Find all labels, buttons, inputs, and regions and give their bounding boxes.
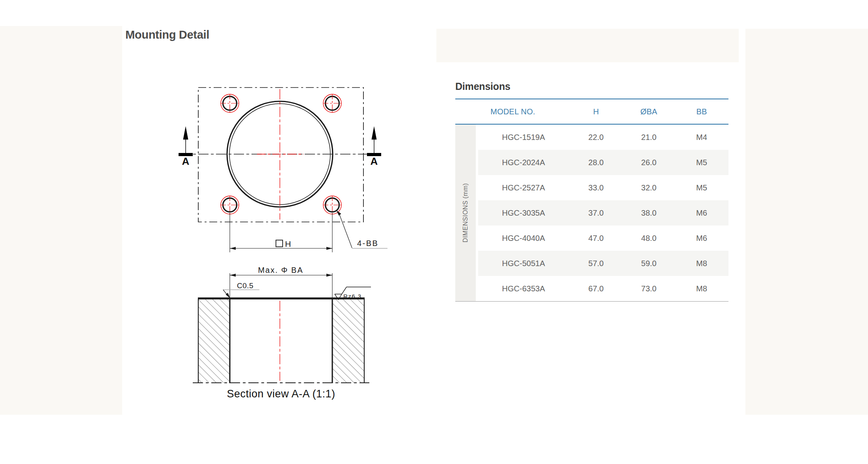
cell-h: 22.0 <box>589 133 604 142</box>
top-view: A A H 4-BB <box>179 88 387 252</box>
cell-model-no: HGC-6353A <box>502 284 545 293</box>
table-row: HGC-6353A 67.0 73.0 M8 <box>478 276 728 301</box>
wall-right-hatch <box>332 299 364 383</box>
max-dia-text: Max. Φ BA <box>258 266 303 274</box>
cell-h: 57.0 <box>589 259 604 268</box>
dimension-square-h: H <box>230 213 332 252</box>
bolt-hole-top-right <box>323 94 341 112</box>
cell-bb: M8 <box>696 259 707 268</box>
cell-ba: 32.0 <box>641 183 657 192</box>
roughness-text: Rz6.3 <box>343 293 362 300</box>
chamfer-text: C0.5 <box>237 281 253 290</box>
cell-h: 33.0 <box>589 183 604 192</box>
column-header-h: H <box>593 107 599 116</box>
table-row: HGC-2024A 28.0 26.0 M5 <box>478 150 728 175</box>
column-header-model: MODEL NO. <box>490 107 535 116</box>
bolt-callout: 4-BB <box>336 210 387 248</box>
bolt-hole-bottom-left <box>221 196 239 214</box>
dimensions-table: MODEL NO. H ØBA BB DIMENSIONS (mm) HGC-1… <box>455 99 728 302</box>
technical-drawing: A A H 4-BB <box>118 71 394 410</box>
table-header-row: MODEL NO. H ØBA BB <box>455 99 728 125</box>
cell-ba: 38.0 <box>641 209 657 218</box>
table-row: HGC-4040A 47.0 48.0 M6 <box>478 225 728 251</box>
column-header-bb: BB <box>696 107 707 116</box>
cell-h: 67.0 <box>589 284 604 293</box>
cell-ba: 26.0 <box>641 158 657 167</box>
cell-h: 37.0 <box>589 209 604 218</box>
cell-model-no: HGC-4040A <box>502 234 545 243</box>
right-margin-background <box>745 29 868 415</box>
cell-model-no: HGC-3035A <box>502 209 545 218</box>
cell-model-no: HGC-2527A <box>502 183 545 192</box>
row-group-cell: DIMENSIONS (mm) <box>455 125 476 301</box>
cell-ba: 73.0 <box>641 284 657 293</box>
section-cut-label-right: A <box>371 155 378 167</box>
cell-ba: 21.0 <box>641 133 657 142</box>
cell-model-no: HGC-5051A <box>502 259 545 268</box>
cell-h: 47.0 <box>589 234 604 243</box>
cell-model-no: HGC-2024A <box>502 158 545 167</box>
cell-bb: M8 <box>696 284 707 293</box>
top-right-background-band <box>436 29 739 62</box>
section-cut-left: A <box>179 126 193 167</box>
wall-left-hatch <box>199 299 230 383</box>
section-view: Max. Φ BA C0.5 Rz6.3 Section view A-A (1… <box>193 266 371 400</box>
table-row: HGC-3035A 37.0 38.0 M6 <box>478 200 728 225</box>
cell-bb: M6 <box>696 209 707 218</box>
cell-bb: M4 <box>696 133 707 142</box>
table-row: HGC-2527A 33.0 32.0 M5 <box>478 175 728 200</box>
table-rows: HGC-1519A 22.0 21.0 M4 HGC-2024A 28.0 26… <box>478 125 728 301</box>
section-cut-label-left: A <box>182 155 190 167</box>
table-row: HGC-1519A 22.0 21.0 M4 <box>478 125 728 150</box>
dimensions-section: Dimensions MODEL NO. H ØBA BB DIMENSIONS… <box>455 81 728 302</box>
cell-ba: 48.0 <box>641 234 657 243</box>
bolt-callout-text: 4-BB <box>357 239 378 248</box>
table-body: DIMENSIONS (mm) HGC-1519A 22.0 21.0 M4 H… <box>455 125 728 301</box>
row-group-label: DIMENSIONS (mm) <box>455 125 476 301</box>
section-cut-right: A <box>367 126 381 167</box>
table-row: HGC-5051A 57.0 59.0 M8 <box>478 251 728 276</box>
page-title: Mounting Detail <box>125 28 209 41</box>
bolt-hole-bottom-right <box>323 196 341 214</box>
column-header-ba: ØBA <box>641 107 658 116</box>
section-view-caption: Section view A-A (1:1) <box>227 388 335 400</box>
bolt-hole-top-left <box>221 94 239 112</box>
chamfer-callout: C0.5 <box>223 281 259 298</box>
left-margin-background <box>0 26 122 415</box>
cell-bb: M6 <box>696 234 707 243</box>
dimensions-heading: Dimensions <box>455 81 728 92</box>
cell-ba: 59.0 <box>641 259 657 268</box>
square-symbol <box>276 240 283 247</box>
cell-bb: M5 <box>696 158 707 167</box>
cell-model-no: HGC-1519A <box>502 133 545 142</box>
cell-h: 28.0 <box>589 158 604 167</box>
product-datasheet-page: { "page": { "title": "Mounting Detail" }… <box>0 0 868 464</box>
cell-bb: M5 <box>696 183 707 192</box>
dim-h-text: H <box>285 239 291 248</box>
